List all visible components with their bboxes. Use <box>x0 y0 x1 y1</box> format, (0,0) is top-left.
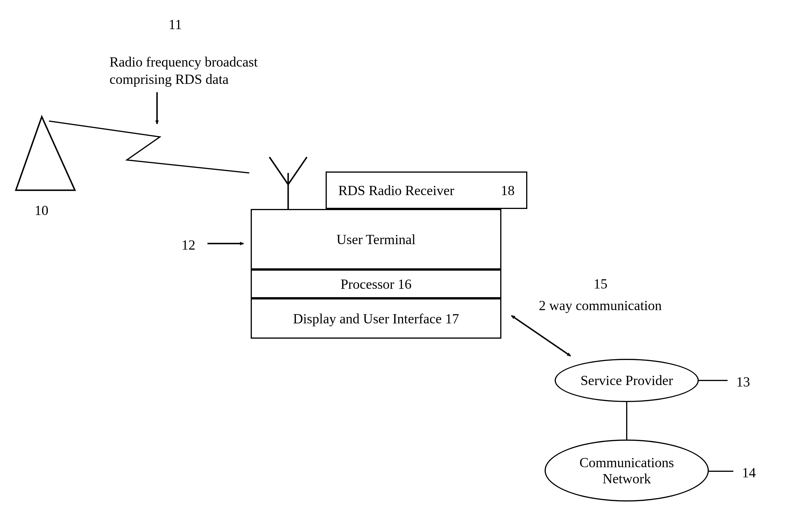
rds-receiver-box: RDS Radio Receiver 18 <box>325 171 527 209</box>
broadcast-label-line1: Radio frequency broadcast <box>110 53 258 71</box>
broadcast-wave-icon <box>49 121 249 173</box>
ref-11: 11 <box>169 16 182 33</box>
ref-10: 10 <box>34 202 48 219</box>
antenna-icon <box>270 157 307 209</box>
processor-box: Processor 16 <box>251 269 502 298</box>
svg-line-1 <box>270 157 288 184</box>
tower-icon <box>16 117 75 190</box>
two-way-label: 2 way communication <box>539 297 662 314</box>
ref-13: 13 <box>736 373 750 390</box>
ref-15: 15 <box>594 275 607 293</box>
display-ui-box: Display and User Interface 17 <box>251 298 502 339</box>
svg-line-2 <box>288 157 307 184</box>
communications-label: Communications <box>579 455 674 470</box>
comm-network-ellipse: Communications Network <box>545 440 709 501</box>
processor-label: Processor 16 <box>340 276 412 292</box>
broadcast-label-line2: comprising RDS data <box>110 71 229 88</box>
display-ui-label: Display and User Interface 17 <box>293 311 459 327</box>
ref-12: 12 <box>182 236 195 254</box>
two-way-arrow <box>511 316 570 356</box>
network-label: Network <box>603 471 651 486</box>
ref-18: 18 <box>501 182 514 198</box>
rds-receiver-label: RDS Radio Receiver <box>338 182 454 198</box>
ref-14: 14 <box>742 464 756 481</box>
service-provider-label: Service Provider <box>580 372 673 388</box>
user-terminal-label: User Terminal <box>336 231 416 247</box>
service-provider-ellipse: Service Provider <box>555 359 699 402</box>
user-terminal-box: User Terminal <box>251 209 502 269</box>
diagram-canvas: 11 Radio frequency broadcast comprising … <box>0 0 812 526</box>
